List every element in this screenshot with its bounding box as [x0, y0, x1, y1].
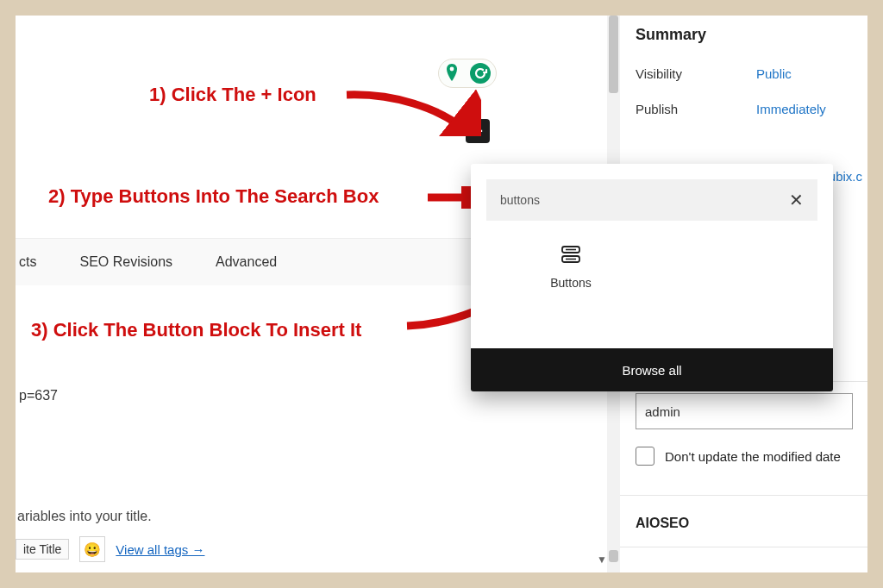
floating-toggle[interactable]	[438, 59, 497, 88]
separator	[620, 495, 867, 496]
plus-icon: +	[473, 122, 483, 141]
tab-advanced[interactable]: Advanced	[216, 254, 277, 270]
browse-all-button[interactable]: Browse all	[471, 348, 833, 391]
scroll-thumb[interactable]	[609, 16, 618, 93]
summary-publish-row: Publish Immediately	[636, 91, 852, 127]
summary-heading: Summary	[636, 16, 852, 56]
tab-fragment[interactable]: cts	[19, 254, 36, 270]
block-result-buttons[interactable]: Buttons	[524, 245, 617, 290]
buttons-block-icon	[560, 245, 582, 264]
author-value: admin	[645, 404, 680, 419]
svg-point-0	[449, 67, 454, 72]
variables-hint: ariables into your title.	[17, 509, 152, 524]
annotation-step-1: 1) Click The + Icon	[149, 84, 316, 106]
annotation-step-3: 3) Click The Button Block To Insert It	[31, 319, 361, 341]
block-result-label: Buttons	[524, 276, 617, 290]
dont-update-date-row: Don't update the modified date	[636, 447, 841, 466]
visibility-label: Visibility	[636, 66, 756, 81]
block-inserter-popover: buttons ✕ Buttons Browse all	[471, 164, 833, 391]
scroll-down-icon: ▼	[597, 554, 607, 566]
dont-update-checkbox[interactable]	[636, 447, 654, 466]
svg-point-1	[470, 63, 491, 84]
clear-search-icon[interactable]: ✕	[789, 190, 804, 210]
aioseo-panel-heading[interactable]: AIOSEO	[636, 516, 689, 531]
dont-update-label: Don't update the modified date	[665, 449, 841, 464]
block-search-input[interactable]: buttons ✕	[486, 179, 817, 221]
separator	[620, 547, 867, 547]
add-block-button[interactable]: +	[466, 119, 490, 143]
screenshot-frame: + 1) Click The + Icon 2) Type Buttons In…	[16, 16, 867, 572]
scroll-thumb-bottom[interactable]	[609, 550, 618, 562]
emoji-picker-button[interactable]: 😀	[79, 536, 105, 562]
g-circle-icon	[469, 62, 492, 84]
publish-label: Publish	[636, 102, 756, 116]
summary-visibility-row: Visibility Public	[636, 56, 852, 91]
title-tag-row: ite Title 😀 View all tags →	[16, 536, 204, 562]
permalink-fragment: p=637	[19, 388, 58, 403]
visibility-value[interactable]: Public	[756, 66, 792, 81]
view-all-tags-link[interactable]: View all tags →	[116, 542, 204, 557]
arrow-1	[343, 84, 481, 136]
author-select[interactable]: admin	[636, 393, 853, 429]
chip-site-title[interactable]: ite Title	[16, 539, 69, 560]
annotation-step-2: 2) Type Buttons Into The Search Box	[48, 185, 379, 208]
publish-value[interactable]: Immediately	[756, 102, 826, 116]
search-value: buttons	[500, 193, 540, 207]
tab-seo-revisions[interactable]: SEO Revisions	[79, 254, 172, 270]
marker-icon	[444, 64, 460, 83]
